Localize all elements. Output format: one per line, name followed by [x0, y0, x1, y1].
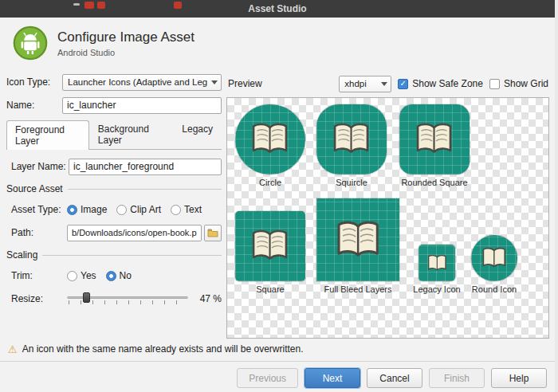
previous-button[interactable]: Previous	[237, 368, 298, 388]
form-panel: Icon Type: Launcher Icons (Adaptive and …	[6, 73, 226, 339]
trim-label: Trim:	[11, 270, 67, 281]
path-input[interactable]	[67, 225, 202, 241]
open-book-icon	[331, 119, 371, 159]
resize-value: 47 %	[195, 293, 222, 304]
show-safe-zone-checkbox[interactable]: ✓ Show Safe Zone	[398, 78, 483, 89]
background-window-fragment	[73, 3, 80, 6]
preview-icon-label: Square	[235, 284, 305, 294]
icon-type-value: Launcher Icons (Adaptive and Legacy)	[68, 77, 207, 87]
preview-icon-full-bleed	[316, 198, 399, 281]
radio-icon	[67, 271, 77, 281]
preview-label: Preview	[228, 78, 262, 89]
checkbox-unchecked-icon	[489, 79, 500, 89]
warning-icon: ⚠	[8, 344, 18, 355]
name-label: Name:	[6, 100, 62, 111]
trim-no-radio[interactable]: No	[106, 270, 132, 281]
open-book-icon	[481, 245, 508, 272]
asset-type-label: Asset Type:	[11, 204, 67, 215]
open-book-icon	[250, 119, 290, 159]
resize-label: Resize:	[11, 293, 67, 304]
preview-icon-label: Rounded Square	[391, 178, 477, 187]
tab-foreground-layer[interactable]: Foreground Layer	[6, 120, 89, 150]
help-button[interactable]: Help	[491, 368, 547, 388]
name-input[interactable]	[62, 97, 222, 114]
chevron-down-icon	[211, 80, 218, 84]
folder-icon	[207, 229, 218, 237]
preview-icon-label: Full Bleed Layers	[316, 284, 399, 294]
cancel-button[interactable]: Cancel	[367, 368, 422, 388]
tab-legacy[interactable]: Legacy	[173, 120, 222, 149]
radio-icon	[116, 205, 127, 215]
open-book-icon	[334, 216, 382, 264]
next-button[interactable]: Next	[305, 368, 360, 388]
android-studio-logo-icon	[13, 25, 48, 61]
preview-icon-circle	[235, 104, 305, 174]
dialog-title: Asset Studio	[248, 3, 306, 14]
open-book-icon	[414, 119, 454, 159]
background-window-fragment	[97, 2, 105, 9]
checkbox-checked-icon: ✓	[398, 79, 408, 89]
preview-icon-rounded-square	[399, 104, 470, 174]
path-label: Path:	[11, 227, 67, 238]
radio-icon	[171, 205, 181, 215]
preview-icon-squircle	[316, 104, 387, 174]
resize-slider[interactable]	[67, 292, 188, 306]
trim-yes-radio[interactable]: Yes	[67, 270, 96, 281]
preview-canvas: Circle Squircle Rounded Square	[226, 97, 549, 339]
asset-type-text-radio[interactable]: Text	[171, 204, 202, 215]
icon-type-label: Icon Type:	[6, 76, 62, 88]
asset-type-image-radio[interactable]: Image	[67, 204, 107, 215]
icon-type-select[interactable]: Launcher Icons (Adaptive and Legacy)	[62, 74, 222, 91]
page-title: Configure Image Asset	[57, 29, 195, 45]
open-book-icon	[426, 253, 448, 274]
preview-icon-square	[235, 211, 305, 281]
layer-name-input[interactable]	[69, 159, 222, 175]
radio-selected-icon	[106, 271, 116, 281]
show-grid-checkbox[interactable]: Show Grid	[489, 78, 548, 89]
open-book-icon	[250, 225, 290, 266]
asset-type-clipart-radio[interactable]: Clip Art	[116, 204, 161, 215]
density-value: xhdpi	[344, 79, 377, 88]
preview-icon-label: Circle	[235, 178, 305, 187]
page-subtitle: Android Studio	[57, 48, 195, 57]
warning-message: An icon with the same name already exist…	[22, 343, 304, 355]
background-window-fragment	[174, 2, 182, 9]
density-select[interactable]: xhdpi	[339, 76, 391, 92]
chevron-down-icon	[381, 82, 387, 86]
dialog-titlebar: Asset Studio	[0, 0, 555, 18]
preview-panel: Preview xhdpi ✓ Show Safe Zone Show Grid	[226, 73, 550, 339]
radio-selected-icon	[67, 205, 77, 215]
preview-icon-round	[471, 235, 517, 281]
preview-icon-label: Legacy Icon	[405, 284, 469, 294]
tab-background-layer[interactable]: Background Layer	[89, 120, 174, 149]
scaling-section: Scaling	[6, 249, 222, 261]
preview-icon-legacy	[418, 245, 455, 281]
preview-icon-label: Round Icon	[462, 284, 526, 294]
layer-name-label: Layer Name:	[11, 161, 69, 172]
layer-tabs: Foreground Layer Background Layer Legacy	[6, 120, 222, 150]
source-asset-section: Source Asset	[6, 183, 222, 194]
browse-folder-button[interactable]	[204, 225, 222, 241]
preview-icon-label: Squircle	[316, 178, 387, 187]
slider-thumb[interactable]	[83, 292, 90, 303]
wizard-header: Configure Image Asset Android Studio	[0, 18, 555, 69]
finish-button[interactable]: Finish	[429, 368, 485, 388]
background-window-fragment	[84, 2, 94, 9]
